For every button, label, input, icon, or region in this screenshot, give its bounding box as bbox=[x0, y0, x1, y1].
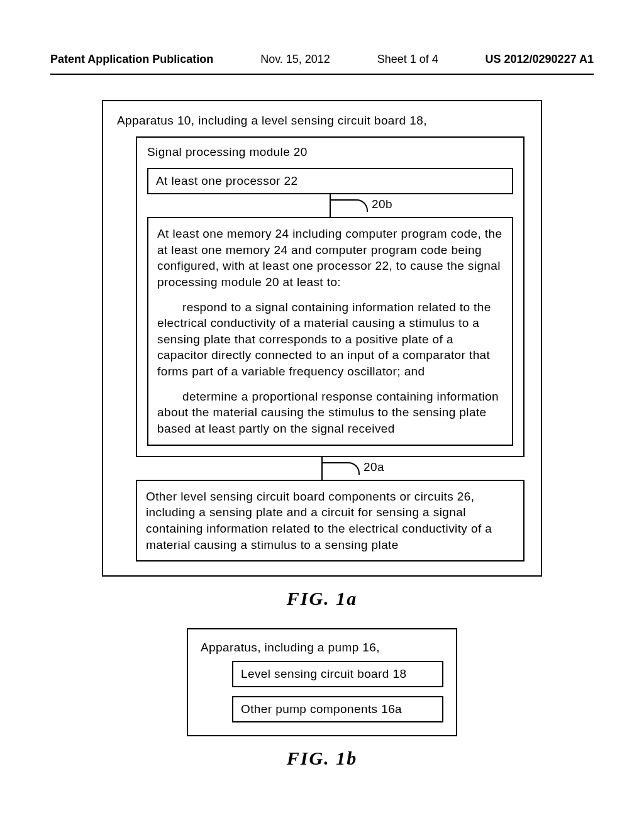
figure-1b: Apparatus, including a pump 16, Level se… bbox=[187, 628, 457, 769]
other-components-26-box: Other level sensing circuit board compon… bbox=[136, 480, 525, 562]
connector-20a: 20a bbox=[117, 457, 527, 480]
figure-1a: Apparatus 10, including a level sensing … bbox=[102, 100, 542, 609]
signal-processing-module-box: Signal processing module 20 At least one… bbox=[136, 136, 525, 457]
apparatus-pump-16-box: Apparatus, including a pump 16, Level se… bbox=[187, 628, 457, 736]
publication-label: Patent Application Publication bbox=[50, 53, 213, 66]
connector-20b: 20b bbox=[147, 194, 513, 217]
apparatus-10-title: Apparatus 10, including a level sensing … bbox=[117, 114, 527, 128]
memory-para-2: respond to a signal containing informati… bbox=[157, 299, 503, 380]
signal-processing-module-title: Signal processing module 20 bbox=[147, 145, 513, 159]
memory-24-box: At least one memory 24 including compute… bbox=[147, 217, 513, 446]
figure-1a-caption: FIG. 1a bbox=[102, 588, 542, 609]
connector-20b-label: 20b bbox=[372, 197, 392, 211]
document-number: US 2012/0290227 A1 bbox=[486, 53, 594, 66]
apparatus-10-box: Apparatus 10, including a level sensing … bbox=[102, 100, 542, 577]
level-sensing-board-18-box: Level sensing circuit board 18 bbox=[232, 661, 443, 687]
memory-para-3: determine a proportional response contai… bbox=[157, 389, 503, 437]
connector-curve-icon bbox=[322, 462, 360, 475]
connector-20a-label: 20a bbox=[364, 460, 384, 473]
sheet-number: Sheet 1 of 4 bbox=[377, 53, 438, 66]
processor-22-box: At least one processor 22 bbox=[147, 168, 513, 194]
publication-date: Nov. 15, 2012 bbox=[260, 53, 330, 66]
apparatus-pump-16-title: Apparatus, including a pump 16, bbox=[201, 641, 443, 655]
other-pump-components-16a-box: Other pump components 16a bbox=[232, 696, 443, 722]
figure-1b-caption: FIG. 1b bbox=[187, 748, 457, 769]
page-header: Patent Application Publication Nov. 15, … bbox=[0, 0, 644, 72]
header-rule bbox=[50, 74, 594, 75]
memory-para-1: At least one memory 24 including compute… bbox=[157, 226, 503, 290]
connector-curve-icon bbox=[330, 199, 368, 212]
